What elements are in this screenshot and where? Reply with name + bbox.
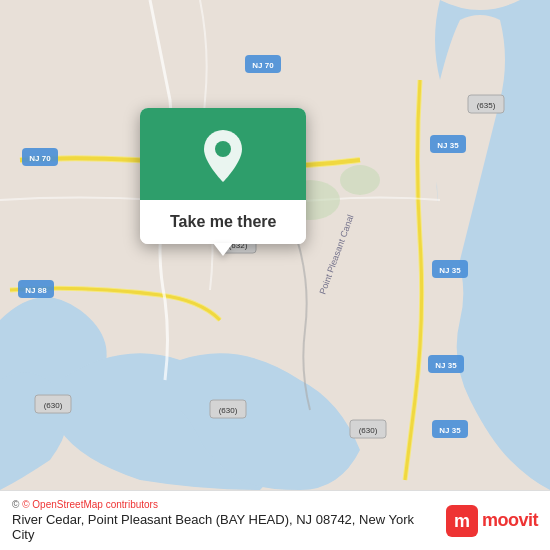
svg-point-28 bbox=[340, 165, 380, 195]
popup-pointer bbox=[213, 243, 233, 256]
svg-text:m: m bbox=[454, 511, 470, 531]
svg-text:NJ 70: NJ 70 bbox=[29, 154, 51, 163]
svg-text:NJ 35: NJ 35 bbox=[439, 266, 461, 275]
location-popup: Take me there bbox=[140, 108, 306, 244]
moovit-logo: m moovit bbox=[446, 505, 538, 537]
copyright-symbol: © bbox=[12, 499, 22, 510]
moovit-logo-icon: m bbox=[446, 505, 478, 537]
svg-text:NJ 35: NJ 35 bbox=[435, 361, 457, 370]
svg-text:(630): (630) bbox=[44, 401, 63, 410]
svg-text:NJ 88: NJ 88 bbox=[25, 286, 47, 295]
svg-text:(630): (630) bbox=[359, 426, 378, 435]
svg-text:(630): (630) bbox=[219, 406, 238, 415]
location-pin-icon bbox=[199, 128, 247, 184]
map-view[interactable]: NJ 70 NJ 70 NJ 88 NJ 35 NJ 35 NJ 35 NJ 3… bbox=[0, 0, 550, 490]
svg-text:(635): (635) bbox=[477, 101, 496, 110]
bottom-bar: © © OpenStreetMap contributors River Ced… bbox=[0, 490, 550, 550]
svg-point-29 bbox=[215, 141, 231, 157]
svg-text:NJ 35: NJ 35 bbox=[437, 141, 459, 150]
osm-link[interactable]: © OpenStreetMap contributors bbox=[22, 499, 158, 510]
svg-text:NJ 70: NJ 70 bbox=[252, 61, 274, 70]
take-me-there-button[interactable]: Take me there bbox=[140, 200, 306, 244]
popup-icon-area bbox=[140, 108, 306, 200]
moovit-text: moovit bbox=[482, 510, 538, 531]
svg-text:NJ 35: NJ 35 bbox=[439, 426, 461, 435]
location-label: River Cedar, Point Pleasant Beach (BAY H… bbox=[12, 512, 436, 542]
osm-credit: © © OpenStreetMap contributors bbox=[12, 499, 436, 510]
location-info: © © OpenStreetMap contributors River Ced… bbox=[12, 499, 436, 542]
